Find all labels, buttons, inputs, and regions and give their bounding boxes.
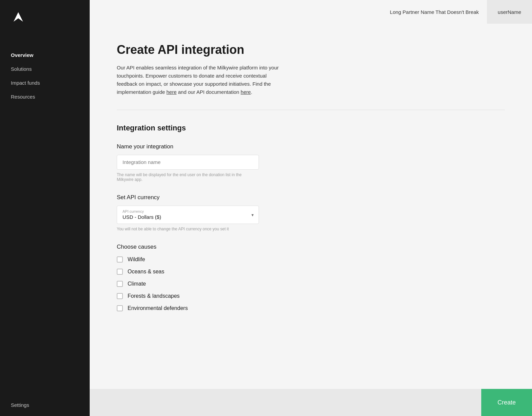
- integration-settings-title: Integration settings: [117, 124, 505, 132]
- causes-title: Choose causes: [117, 244, 505, 250]
- top-header: Long Partner Name That Doesn't Break use…: [90, 0, 532, 24]
- cause-item-wildlife[interactable]: Wildlife: [117, 256, 505, 263]
- cause-item-climate[interactable]: Climate: [117, 281, 505, 287]
- section-divider: [117, 110, 505, 110]
- currency-select-value: USD - Dollars ($): [123, 214, 161, 220]
- username: userName: [487, 0, 532, 24]
- svg-marker-0: [14, 12, 23, 22]
- logo-icon: [11, 9, 26, 24]
- currency-field-label: Set API currency: [117, 194, 505, 201]
- description-text-3: .: [251, 89, 252, 95]
- currency-field-hint: You will not be able to change the API c…: [117, 227, 259, 231]
- cause-label-environmental: Environmental defenders: [128, 305, 188, 311]
- sidebar: Overview Solutions Impact funds Resource…: [0, 0, 90, 416]
- page-content: Create API integration Our API enables s…: [90, 24, 532, 389]
- chevron-down-icon: ▾: [251, 212, 254, 217]
- cause-checkbox-climate[interactable]: [117, 281, 123, 287]
- sidebar-item-resources[interactable]: Resources: [5, 90, 84, 103]
- name-field-hint: The name will be displayed for the end u…: [117, 172, 259, 182]
- main-area: Long Partner Name That Doesn't Break use…: [90, 0, 532, 416]
- cause-checkbox-environmental[interactable]: [117, 305, 123, 311]
- cause-label-wildlife: Wildlife: [128, 256, 145, 263]
- sidebar-nav: Overview Solutions Impact funds Resource…: [0, 49, 90, 394]
- cause-item-forests[interactable]: Forests & landscapes: [117, 293, 505, 299]
- cause-label-climate: Climate: [128, 281, 146, 287]
- footer-bar: Create: [90, 389, 532, 416]
- impl-guide-link[interactable]: here: [167, 89, 177, 95]
- name-field-section: Name your integration The name will be d…: [117, 143, 505, 182]
- sidebar-item-solutions[interactable]: Solutions: [5, 63, 84, 75]
- api-doc-link[interactable]: here: [241, 89, 251, 95]
- currency-field-section: Set API currency API currency USD - Doll…: [117, 194, 505, 231]
- partner-name: Long Partner Name That Doesn't Break: [382, 0, 487, 24]
- page-description: Our API enables seamless integration of …: [117, 64, 279, 96]
- cause-item-environmental[interactable]: Environmental defenders: [117, 305, 505, 311]
- sidebar-item-overview[interactable]: Overview: [5, 49, 84, 61]
- sidebar-settings[interactable]: Settings: [0, 394, 90, 416]
- cause-item-oceans[interactable]: Oceans & seas: [117, 269, 505, 275]
- cause-checkbox-forests[interactable]: [117, 293, 123, 299]
- description-text-2: and our API documentation: [177, 89, 241, 95]
- cause-checkbox-wildlife[interactable]: [117, 256, 123, 263]
- cause-label-oceans: Oceans & seas: [128, 269, 164, 275]
- name-field-label: Name your integration: [117, 143, 505, 150]
- causes-section: Choose causes Wildlife Oceans & seas Cli…: [117, 244, 505, 311]
- logo-container: [0, 0, 90, 35]
- cause-label-forests: Forests & landscapes: [128, 293, 180, 299]
- sidebar-item-impact-funds[interactable]: Impact funds: [5, 77, 84, 89]
- integration-name-input[interactable]: [123, 159, 253, 165]
- currency-select[interactable]: API currency USD - Dollars ($) ▾: [117, 206, 259, 224]
- create-button[interactable]: Create: [481, 389, 532, 416]
- page-title: Create API integration: [117, 43, 505, 57]
- integration-name-input-wrapper: [117, 155, 259, 170]
- currency-select-label: API currency: [123, 209, 253, 213]
- cause-checkbox-oceans[interactable]: [117, 269, 123, 275]
